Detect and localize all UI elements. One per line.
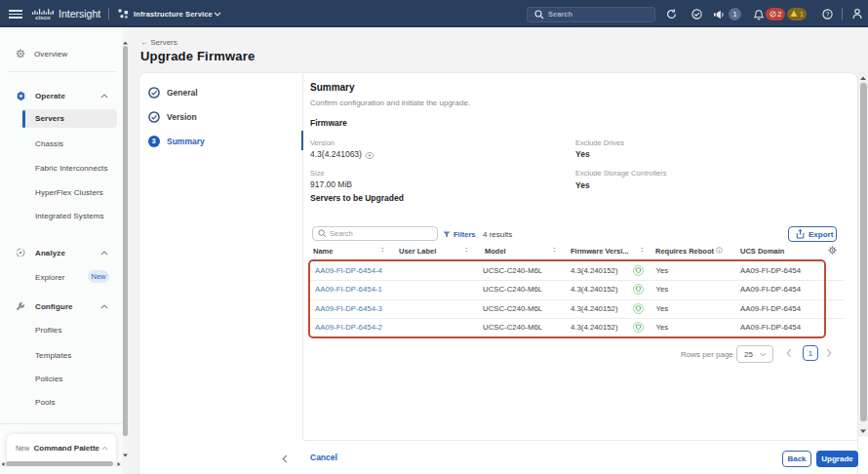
svg-text:cisco: cisco xyxy=(35,15,51,20)
svg-text:?: ? xyxy=(826,11,830,18)
